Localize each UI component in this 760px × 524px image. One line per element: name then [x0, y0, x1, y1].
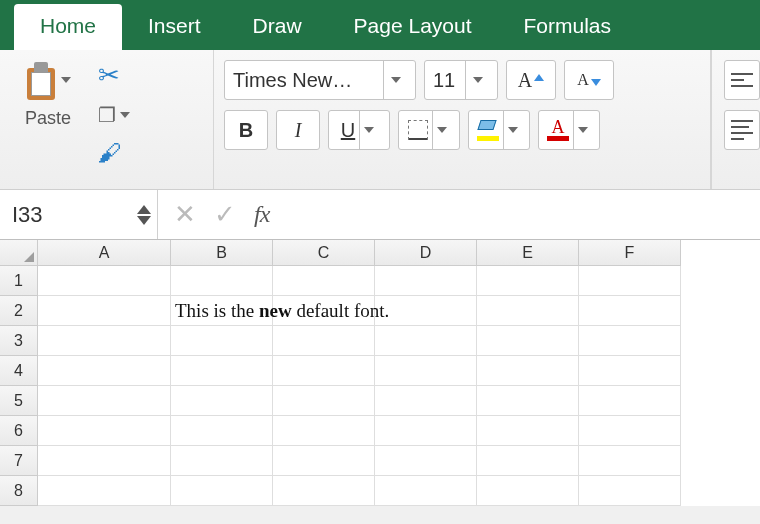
- fx-icon[interactable]: fx: [254, 201, 269, 228]
- cell[interactable]: [375, 416, 477, 446]
- column-header[interactable]: A: [38, 240, 171, 266]
- enter-formula-button[interactable]: ✓: [214, 199, 236, 230]
- select-all-corner[interactable]: [0, 240, 38, 266]
- tab-formulas[interactable]: Formulas: [498, 4, 638, 50]
- font-name-combobox[interactable]: Times New…: [224, 60, 416, 100]
- underline-button[interactable]: U: [328, 110, 390, 150]
- row-header[interactable]: 7: [0, 446, 38, 476]
- align-left-button[interactable]: [724, 110, 760, 150]
- border-icon: [408, 120, 428, 140]
- font-size-combobox[interactable]: 11: [424, 60, 498, 100]
- cell[interactable]: [273, 416, 375, 446]
- cell[interactable]: [171, 266, 273, 296]
- tab-page-layout[interactable]: Page Layout: [328, 4, 498, 50]
- cell[interactable]: [375, 356, 477, 386]
- font-color-button[interactable]: A: [538, 110, 600, 150]
- cell[interactable]: [38, 386, 171, 416]
- cell[interactable]: [171, 326, 273, 356]
- align-top-button[interactable]: [724, 60, 760, 100]
- cell[interactable]: [477, 386, 579, 416]
- cell[interactable]: [38, 266, 171, 296]
- name-box-spinner[interactable]: [137, 205, 151, 225]
- cell[interactable]: [273, 446, 375, 476]
- cell[interactable]: [477, 416, 579, 446]
- column-header[interactable]: D: [375, 240, 477, 266]
- cell[interactable]: [38, 476, 171, 506]
- cell[interactable]: [579, 296, 681, 326]
- chevron-down-icon: [503, 111, 521, 149]
- row-header[interactable]: 2: [0, 296, 38, 326]
- cell[interactable]: [38, 326, 171, 356]
- row-header[interactable]: 1: [0, 266, 38, 296]
- cell[interactable]: [579, 476, 681, 506]
- cell[interactable]: [579, 266, 681, 296]
- cell[interactable]: [273, 266, 375, 296]
- cell[interactable]: [579, 326, 681, 356]
- borders-button[interactable]: [398, 110, 460, 150]
- row-header[interactable]: 6: [0, 416, 38, 446]
- cell[interactable]: [579, 356, 681, 386]
- cell[interactable]: [38, 416, 171, 446]
- cell[interactable]: [171, 446, 273, 476]
- paint-bucket-icon: [477, 119, 499, 141]
- cell-text: new: [259, 300, 292, 321]
- cell[interactable]: [375, 266, 477, 296]
- cell[interactable]: [477, 266, 579, 296]
- cell[interactable]: [273, 476, 375, 506]
- cell[interactable]: [273, 386, 375, 416]
- column-header[interactable]: B: [171, 240, 273, 266]
- bold-button[interactable]: B: [224, 110, 268, 150]
- cell[interactable]: [477, 446, 579, 476]
- cell[interactable]: [477, 476, 579, 506]
- cell[interactable]: [375, 386, 477, 416]
- cell[interactable]: [375, 326, 477, 356]
- column-header[interactable]: E: [477, 240, 579, 266]
- row-header[interactable]: 8: [0, 476, 38, 506]
- italic-button[interactable]: I: [276, 110, 320, 150]
- cell[interactable]: [273, 326, 375, 356]
- spreadsheet-grid: ABCDEF 12This is the new default font.34…: [0, 240, 760, 506]
- row-header[interactable]: 3: [0, 326, 38, 356]
- column-header[interactable]: F: [579, 240, 681, 266]
- underline-icon: U: [341, 119, 355, 142]
- format-painter-button[interactable]: 🖌: [94, 137, 134, 169]
- tab-insert[interactable]: Insert: [122, 4, 227, 50]
- cell[interactable]: [171, 416, 273, 446]
- cell[interactable]: [171, 476, 273, 506]
- cell[interactable]: [477, 326, 579, 356]
- ribbon-tabstrip: Home Insert Draw Page Layout Formulas: [0, 0, 760, 50]
- tab-draw[interactable]: Draw: [227, 4, 328, 50]
- cell[interactable]: [375, 446, 477, 476]
- cell[interactable]: [38, 356, 171, 386]
- increase-font-size-button[interactable]: A: [506, 60, 556, 100]
- cell[interactable]: [38, 446, 171, 476]
- triangle-up-icon: [534, 74, 544, 81]
- font-name-value: Times New…: [233, 69, 383, 92]
- cell[interactable]: [375, 296, 477, 326]
- tab-home[interactable]: Home: [14, 4, 122, 50]
- column-header[interactable]: C: [273, 240, 375, 266]
- cell[interactable]: This is the new default font.: [171, 296, 273, 326]
- cell[interactable]: [477, 356, 579, 386]
- cell[interactable]: [171, 386, 273, 416]
- cell[interactable]: [171, 356, 273, 386]
- cell[interactable]: [477, 296, 579, 326]
- paste-button[interactable]: Paste: [8, 56, 88, 169]
- formula-input[interactable]: [285, 190, 760, 239]
- row-header[interactable]: 5: [0, 386, 38, 416]
- cell[interactable]: [273, 356, 375, 386]
- cell[interactable]: [579, 386, 681, 416]
- name-box[interactable]: I33: [0, 190, 158, 239]
- copy-button[interactable]: ❐: [94, 101, 134, 129]
- cut-button[interactable]: ✂: [94, 58, 134, 93]
- row-header[interactable]: 4: [0, 356, 38, 386]
- cancel-formula-button[interactable]: ✕: [174, 199, 196, 230]
- cell[interactable]: [38, 296, 171, 326]
- chevron-down-icon: [61, 77, 71, 83]
- fill-color-button[interactable]: [468, 110, 530, 150]
- decrease-font-size-button[interactable]: A: [564, 60, 614, 100]
- cell[interactable]: [579, 416, 681, 446]
- font-color-icon: A: [547, 119, 569, 141]
- cell[interactable]: [375, 476, 477, 506]
- cell[interactable]: [579, 446, 681, 476]
